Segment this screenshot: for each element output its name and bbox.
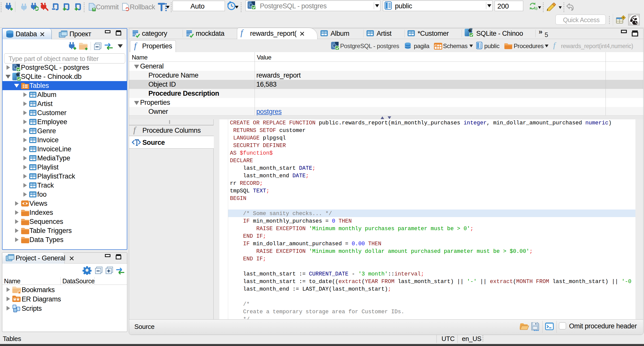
svg-text:f: f	[240, 29, 244, 37]
svg-text:f: f	[133, 126, 137, 134]
svg-text:f: f	[553, 41, 556, 49]
svg-text:f: f	[134, 42, 138, 50]
